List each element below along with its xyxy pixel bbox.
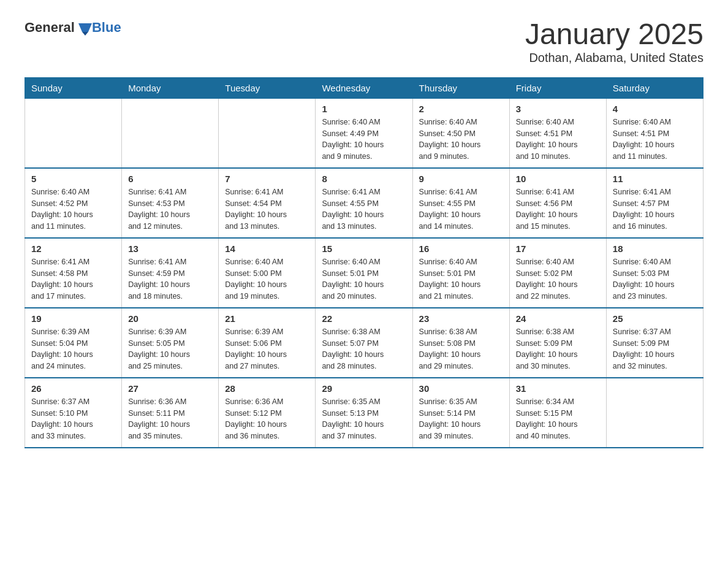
day-number: 5	[31, 174, 115, 184]
calendar-cell: 2Sunrise: 6:40 AM Sunset: 4:50 PM Daylig…	[412, 98, 509, 168]
calendar-cell: 28Sunrise: 6:36 AM Sunset: 5:12 PM Dayli…	[219, 378, 316, 448]
day-number: 29	[322, 383, 406, 394]
col-sunday: Sunday	[25, 77, 122, 98]
calendar-cell: 19Sunrise: 6:39 AM Sunset: 5:04 PM Dayli…	[25, 308, 122, 378]
day-info: Sunrise: 6:39 AM Sunset: 5:06 PM Dayligh…	[225, 326, 309, 372]
calendar-cell: 14Sunrise: 6:40 AM Sunset: 5:00 PM Dayli…	[219, 238, 316, 308]
day-info: Sunrise: 6:41 AM Sunset: 4:55 PM Dayligh…	[419, 186, 503, 232]
calendar-cell	[25, 98, 122, 168]
calendar-table: Sunday Monday Tuesday Wednesday Thursday…	[25, 77, 703, 448]
day-number: 18	[613, 243, 697, 254]
day-number: 16	[419, 243, 503, 254]
calendar-cell: 5Sunrise: 6:40 AM Sunset: 4:52 PM Daylig…	[25, 168, 122, 238]
day-number: 21	[225, 313, 309, 324]
calendar-cell: 15Sunrise: 6:40 AM Sunset: 5:01 PM Dayli…	[316, 238, 412, 308]
title-block: January 2025 Dothan, Alabama, United Sta…	[525, 18, 703, 65]
calendar-cell: 4Sunrise: 6:40 AM Sunset: 4:51 PM Daylig…	[606, 98, 703, 168]
calendar-cell: 26Sunrise: 6:37 AM Sunset: 5:10 PM Dayli…	[25, 378, 122, 448]
calendar-week-1: 1Sunrise: 6:40 AM Sunset: 4:49 PM Daylig…	[25, 98, 703, 168]
day-info: Sunrise: 6:41 AM Sunset: 4:54 PM Dayligh…	[225, 186, 309, 232]
calendar-cell	[122, 98, 219, 168]
calendar-cell	[219, 98, 316, 168]
day-number: 28	[225, 383, 309, 394]
day-number: 3	[516, 104, 600, 114]
day-info: Sunrise: 6:40 AM Sunset: 4:50 PM Dayligh…	[419, 117, 503, 163]
day-number: 24	[516, 313, 600, 324]
col-wednesday: Wednesday	[316, 77, 412, 98]
day-info: Sunrise: 6:38 AM Sunset: 5:09 PM Dayligh…	[516, 326, 600, 372]
calendar-cell: 22Sunrise: 6:38 AM Sunset: 5:07 PM Dayli…	[316, 308, 412, 378]
day-number: 26	[31, 383, 115, 394]
day-number: 31	[516, 383, 600, 394]
logo-text-blue: Blue	[92, 20, 121, 35]
day-number: 12	[31, 243, 115, 254]
day-number: 7	[225, 174, 309, 184]
calendar-cell: 18Sunrise: 6:40 AM Sunset: 5:03 PM Dayli…	[606, 238, 703, 308]
day-info: Sunrise: 6:40 AM Sunset: 5:00 PM Dayligh…	[225, 256, 309, 302]
svg-marker-0	[78, 23, 92, 32]
day-number: 9	[419, 174, 503, 184]
day-number: 23	[419, 313, 503, 324]
day-number: 6	[128, 174, 212, 184]
calendar-cell: 20Sunrise: 6:39 AM Sunset: 5:05 PM Dayli…	[122, 308, 219, 378]
day-number: 19	[31, 313, 115, 324]
day-number: 2	[419, 104, 503, 114]
day-info: Sunrise: 6:39 AM Sunset: 5:04 PM Dayligh…	[31, 326, 115, 372]
day-info: Sunrise: 6:36 AM Sunset: 5:12 PM Dayligh…	[225, 396, 309, 442]
calendar-cell: 29Sunrise: 6:35 AM Sunset: 5:13 PM Dayli…	[316, 378, 412, 448]
day-info: Sunrise: 6:34 AM Sunset: 5:15 PM Dayligh…	[516, 396, 600, 442]
col-friday: Friday	[509, 77, 606, 98]
day-info: Sunrise: 6:41 AM Sunset: 4:57 PM Dayligh…	[613, 186, 697, 232]
calendar-header: Sunday Monday Tuesday Wednesday Thursday…	[25, 77, 703, 98]
calendar-cell: 10Sunrise: 6:41 AM Sunset: 4:56 PM Dayli…	[509, 168, 606, 238]
calendar-cell: 7Sunrise: 6:41 AM Sunset: 4:54 PM Daylig…	[219, 168, 316, 238]
calendar-week-5: 26Sunrise: 6:37 AM Sunset: 5:10 PM Dayli…	[25, 378, 703, 448]
calendar-body: 1Sunrise: 6:40 AM Sunset: 4:49 PM Daylig…	[25, 98, 703, 448]
calendar-cell: 11Sunrise: 6:41 AM Sunset: 4:57 PM Dayli…	[606, 168, 703, 238]
day-number: 30	[419, 383, 503, 394]
header-row: Sunday Monday Tuesday Wednesday Thursday…	[25, 77, 703, 98]
day-number: 11	[613, 174, 697, 184]
day-info: Sunrise: 6:36 AM Sunset: 5:11 PM Dayligh…	[128, 396, 212, 442]
col-tuesday: Tuesday	[219, 77, 316, 98]
calendar-cell: 23Sunrise: 6:38 AM Sunset: 5:08 PM Dayli…	[412, 308, 509, 378]
day-info: Sunrise: 6:37 AM Sunset: 5:10 PM Dayligh…	[31, 396, 115, 442]
calendar-cell: 6Sunrise: 6:41 AM Sunset: 4:53 PM Daylig…	[122, 168, 219, 238]
day-number: 13	[128, 243, 212, 254]
day-info: Sunrise: 6:35 AM Sunset: 5:14 PM Dayligh…	[419, 396, 503, 442]
calendar-week-2: 5Sunrise: 6:40 AM Sunset: 4:52 PM Daylig…	[25, 168, 703, 238]
calendar-cell: 30Sunrise: 6:35 AM Sunset: 5:14 PM Dayli…	[412, 378, 509, 448]
calendar-cell: 31Sunrise: 6:34 AM Sunset: 5:15 PM Dayli…	[509, 378, 606, 448]
calendar-cell: 9Sunrise: 6:41 AM Sunset: 4:55 PM Daylig…	[412, 168, 509, 238]
day-info: Sunrise: 6:38 AM Sunset: 5:07 PM Dayligh…	[322, 326, 406, 372]
logo-text-general: General	[25, 20, 75, 36]
day-info: Sunrise: 6:35 AM Sunset: 5:13 PM Dayligh…	[322, 396, 406, 442]
page-header: General Blue January 2025 Dothan, Alabam…	[25, 18, 703, 65]
day-number: 1	[322, 104, 406, 114]
day-number: 22	[322, 313, 406, 324]
calendar-cell: 27Sunrise: 6:36 AM Sunset: 5:11 PM Dayli…	[122, 378, 219, 448]
day-info: Sunrise: 6:41 AM Sunset: 4:59 PM Dayligh…	[128, 256, 212, 302]
day-info: Sunrise: 6:40 AM Sunset: 5:02 PM Dayligh…	[516, 256, 600, 302]
logo: General Blue	[25, 18, 121, 37]
day-info: Sunrise: 6:37 AM Sunset: 5:09 PM Dayligh…	[613, 326, 697, 372]
col-thursday: Thursday	[412, 77, 509, 98]
page-title: January 2025	[525, 18, 703, 51]
calendar-cell: 17Sunrise: 6:40 AM Sunset: 5:02 PM Dayli…	[509, 238, 606, 308]
day-number: 27	[128, 383, 212, 394]
day-info: Sunrise: 6:41 AM Sunset: 4:55 PM Dayligh…	[322, 186, 406, 232]
calendar-cell	[606, 378, 703, 448]
day-info: Sunrise: 6:38 AM Sunset: 5:08 PM Dayligh…	[419, 326, 503, 372]
calendar-cell: 13Sunrise: 6:41 AM Sunset: 4:59 PM Dayli…	[122, 238, 219, 308]
day-info: Sunrise: 6:40 AM Sunset: 5:03 PM Dayligh…	[613, 256, 697, 302]
calendar-cell: 24Sunrise: 6:38 AM Sunset: 5:09 PM Dayli…	[509, 308, 606, 378]
calendar-cell: 1Sunrise: 6:40 AM Sunset: 4:49 PM Daylig…	[316, 98, 412, 168]
day-number: 14	[225, 243, 309, 254]
day-number: 10	[516, 174, 600, 184]
calendar-cell: 3Sunrise: 6:40 AM Sunset: 4:51 PM Daylig…	[509, 98, 606, 168]
day-number: 8	[322, 174, 406, 184]
day-info: Sunrise: 6:39 AM Sunset: 5:05 PM Dayligh…	[128, 326, 212, 372]
col-saturday: Saturday	[606, 77, 703, 98]
day-info: Sunrise: 6:41 AM Sunset: 4:58 PM Dayligh…	[31, 256, 115, 302]
day-number: 4	[613, 104, 697, 114]
